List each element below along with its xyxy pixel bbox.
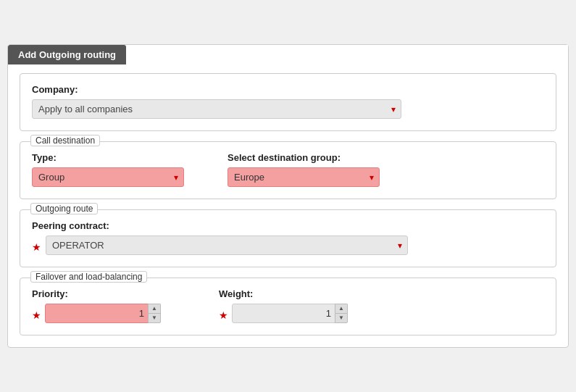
priority-down-button[interactable]: ▼ bbox=[148, 313, 161, 323]
outgoing-route-legend: Outgoing route bbox=[30, 203, 98, 214]
weight-field-group: Weight: ★ ▲ ▼ bbox=[219, 288, 348, 323]
company-label: Company: bbox=[32, 84, 544, 95]
company-section: Company: Apply to all companies ▾ bbox=[20, 73, 556, 131]
priority-spinner-wrapper: ▲ ▼ bbox=[45, 304, 161, 323]
company-select-wrapper: Apply to all companies ▾ bbox=[32, 99, 401, 119]
priority-weight-row: Priority: ★ ▲ ▼ Weight: bbox=[32, 288, 544, 323]
content-area: Company: Apply to all companies ▾ Call d… bbox=[8, 64, 568, 347]
type-select[interactable]: Group bbox=[32, 167, 184, 187]
priority-field-group: Priority: ★ ▲ ▼ bbox=[32, 288, 161, 323]
peering-select-wrapper: OPERATOR ▾ bbox=[46, 235, 408, 255]
dest-group-field-group: Select destination group: Europe ▾ bbox=[228, 152, 380, 187]
peering-row: ★ OPERATOR ▾ bbox=[32, 235, 544, 255]
failover-legend: Failover and load-balancing bbox=[30, 271, 147, 283]
priority-req-row: ★ ▲ ▼ bbox=[32, 304, 161, 323]
dest-group-select-wrapper: Europe ▾ bbox=[228, 167, 380, 187]
priority-input[interactable] bbox=[45, 304, 161, 323]
dest-group-select[interactable]: Europe bbox=[228, 167, 380, 187]
peering-label: Peering contract: bbox=[32, 220, 544, 231]
peering-select[interactable]: OPERATOR bbox=[46, 235, 408, 255]
priority-required-star: ★ bbox=[32, 309, 41, 321]
priority-label: Priority: bbox=[32, 288, 161, 299]
priority-spinner-buttons: ▲ ▼ bbox=[148, 304, 161, 323]
call-destination-fields: Type: Group ▾ Select destination group: … bbox=[32, 152, 544, 187]
weight-spinner-buttons: ▲ ▼ bbox=[335, 304, 348, 323]
company-select[interactable]: Apply to all companies bbox=[32, 99, 401, 119]
weight-spinner-wrapper: ▲ ▼ bbox=[232, 304, 348, 323]
dest-group-label: Select destination group: bbox=[228, 152, 380, 163]
page-title: Add Outgoing routing bbox=[8, 45, 126, 64]
weight-label: Weight: bbox=[219, 288, 348, 299]
weight-up-button[interactable]: ▲ bbox=[335, 304, 348, 313]
call-destination-section: Call destination Type: Group ▾ Select de… bbox=[20, 141, 556, 199]
type-select-wrapper: Group ▾ bbox=[32, 167, 184, 187]
priority-up-button[interactable]: ▲ bbox=[148, 304, 161, 313]
weight-req-row: ★ ▲ ▼ bbox=[219, 304, 348, 323]
type-label: Type: bbox=[32, 152, 184, 163]
title-wrapper: Add Outgoing routing bbox=[8, 45, 568, 64]
outgoing-route-section: Outgoing route Peering contract: ★ OPERA… bbox=[20, 209, 556, 267]
call-destination-legend: Call destination bbox=[30, 135, 100, 146]
weight-input[interactable] bbox=[232, 304, 348, 323]
weight-required-star: ★ bbox=[219, 309, 228, 321]
failover-section: Failover and load-balancing Priority: ★ … bbox=[20, 278, 556, 335]
peering-required-star: ★ bbox=[32, 241, 41, 253]
type-field-group: Type: Group ▾ bbox=[32, 152, 184, 187]
weight-down-button[interactable]: ▼ bbox=[335, 313, 348, 323]
main-container: Add Outgoing routing Company: Apply to a… bbox=[7, 44, 569, 348]
